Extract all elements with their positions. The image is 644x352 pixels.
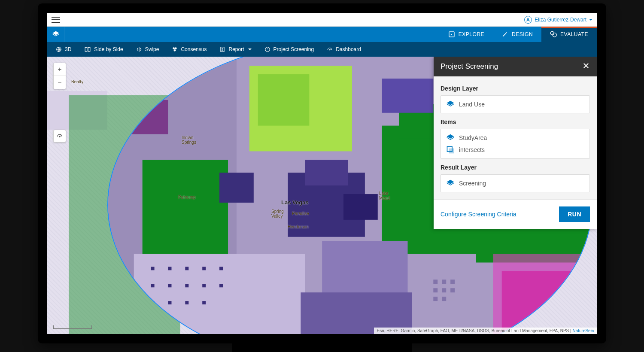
svg-point-7 bbox=[173, 47, 175, 49]
primary-nav: EXPLORE DESIGN EVALUATE bbox=[47, 27, 597, 42]
explore-icon bbox=[448, 31, 455, 38]
svg-rect-50 bbox=[442, 288, 446, 292]
evaluate-icon bbox=[550, 31, 557, 38]
svg-rect-34 bbox=[185, 267, 188, 270]
evaluate-toolbar: 3D Side by Side Swipe Consensus Report bbox=[47, 42, 597, 57]
svg-rect-58 bbox=[450, 149, 454, 153]
svg-rect-39 bbox=[168, 301, 172, 304]
item-intersects: intersects bbox=[446, 146, 584, 154]
tool-project-screening[interactable]: Project Screening bbox=[261, 45, 318, 54]
svg-rect-5 bbox=[85, 47, 88, 51]
zoom-control: + − bbox=[53, 63, 66, 89]
configure-criteria-link[interactable]: Configure Screening Criteria bbox=[440, 211, 516, 218]
tab-evaluate[interactable]: EVALUATE bbox=[541, 27, 597, 42]
pencil-icon bbox=[501, 31, 508, 38]
layers-icon bbox=[446, 100, 455, 109]
map-label-lake-mead: Lake Mead bbox=[379, 191, 390, 200]
svg-rect-42 bbox=[219, 267, 223, 270]
panel-header: Project Screening bbox=[434, 57, 597, 76]
panel-footer: Configure Screening Criteria RUN bbox=[434, 199, 597, 229]
topbar: Eliza Gutierrez-Dewart bbox=[47, 13, 597, 27]
intersects-icon bbox=[446, 146, 455, 154]
menu-icon[interactable] bbox=[52, 17, 60, 23]
svg-rect-49 bbox=[433, 288, 437, 292]
tool-3d[interactable]: 3D bbox=[52, 45, 75, 54]
svg-rect-20 bbox=[305, 160, 348, 185]
tool-consensus[interactable]: Consensus bbox=[168, 45, 210, 54]
layers-icon bbox=[446, 179, 455, 188]
svg-rect-29 bbox=[382, 79, 434, 113]
monitor-frame: Eliza Gutierrez-Dewart EXPLORE bbox=[38, 3, 606, 343]
items-label: Items bbox=[440, 118, 590, 125]
svg-rect-44 bbox=[219, 284, 223, 287]
chevron-down-icon bbox=[589, 19, 592, 21]
svg-rect-52 bbox=[433, 297, 437, 301]
svg-rect-41 bbox=[202, 267, 206, 270]
svg-rect-48 bbox=[450, 279, 455, 284]
result-layer-label: Result Layer bbox=[440, 164, 590, 171]
svg-rect-43 bbox=[202, 284, 206, 287]
result-layer-selector[interactable]: Screening bbox=[440, 174, 590, 192]
item-study-area: StudyArea bbox=[446, 134, 584, 142]
svg-rect-32 bbox=[151, 267, 155, 270]
zoom-out-button[interactable]: − bbox=[54, 76, 66, 89]
svg-rect-6 bbox=[88, 47, 91, 51]
svg-point-12 bbox=[330, 50, 330, 50]
tool-dashboard[interactable]: Dashboard bbox=[323, 45, 365, 54]
map-label-las-vegas: Las Vegas bbox=[281, 199, 309, 206]
user-name: Eliza Gutierrez-Dewart bbox=[535, 17, 586, 23]
design-layer-label: Design Layer bbox=[440, 85, 590, 92]
items-selector[interactable]: StudyArea intersects bbox=[440, 129, 590, 159]
run-button[interactable]: RUN bbox=[559, 206, 590, 222]
zoom-in-button[interactable]: + bbox=[54, 63, 66, 76]
tool-swipe[interactable]: Swipe bbox=[133, 45, 163, 54]
design-layer-selector[interactable]: Land Use bbox=[440, 95, 590, 113]
svg-rect-53 bbox=[442, 297, 446, 301]
map-label-pahrump: Pahrump bbox=[178, 195, 196, 200]
map-label-indian-springs: Indian Springs bbox=[182, 135, 196, 145]
panel-title: Project Screening bbox=[440, 62, 582, 71]
layers-toggle[interactable] bbox=[47, 27, 64, 42]
map-label-beatty: Beatty bbox=[71, 79, 83, 84]
chevron-down-icon bbox=[248, 49, 252, 50]
svg-rect-51 bbox=[450, 288, 455, 292]
tab-design[interactable]: DESIGN bbox=[493, 27, 541, 42]
project-screening-panel: Project Screening Design Layer Land Use … bbox=[434, 57, 597, 229]
close-icon[interactable] bbox=[582, 62, 590, 72]
user-menu[interactable]: Eliza Gutierrez-Dewart bbox=[524, 16, 592, 24]
layers-icon bbox=[446, 134, 455, 142]
map-label-paradise: Paradise bbox=[292, 211, 309, 216]
svg-rect-40 bbox=[185, 301, 188, 304]
map-label-spring-valley: Spring Valley bbox=[271, 209, 284, 218]
user-icon bbox=[524, 16, 532, 24]
map-attribution: Esri, HERE, Garmin, SafeGraph, FAO, METI… bbox=[374, 328, 597, 334]
svg-rect-33 bbox=[168, 267, 172, 270]
svg-rect-18 bbox=[258, 74, 310, 126]
map-label-henderson: Henderson bbox=[288, 225, 309, 229]
tool-side-by-side[interactable]: Side by Side bbox=[81, 45, 126, 54]
svg-rect-46 bbox=[433, 279, 437, 284]
svg-rect-36 bbox=[168, 284, 172, 287]
tab-explore[interactable]: EXPLORE bbox=[440, 27, 493, 42]
svg-point-8 bbox=[175, 47, 177, 49]
svg-point-56 bbox=[59, 136, 60, 137]
tool-report[interactable]: Report bbox=[216, 45, 255, 54]
scale-bar bbox=[53, 325, 92, 329]
svg-rect-22 bbox=[219, 173, 254, 203]
map-view[interactable]: Beatty Indian Springs Las Vegas Pahrump … bbox=[47, 57, 597, 334]
svg-rect-21 bbox=[343, 194, 378, 220]
attribution-link[interactable]: NatureServ bbox=[572, 328, 594, 333]
svg-point-0 bbox=[528, 18, 529, 19]
svg-rect-45 bbox=[202, 301, 206, 304]
gauge-button[interactable] bbox=[53, 130, 66, 143]
svg-rect-47 bbox=[442, 279, 446, 284]
svg-rect-37 bbox=[185, 284, 188, 287]
svg-point-9 bbox=[174, 49, 176, 52]
svg-rect-35 bbox=[151, 284, 155, 287]
application-screen: Eliza Gutierrez-Dewart EXPLORE bbox=[47, 13, 597, 334]
